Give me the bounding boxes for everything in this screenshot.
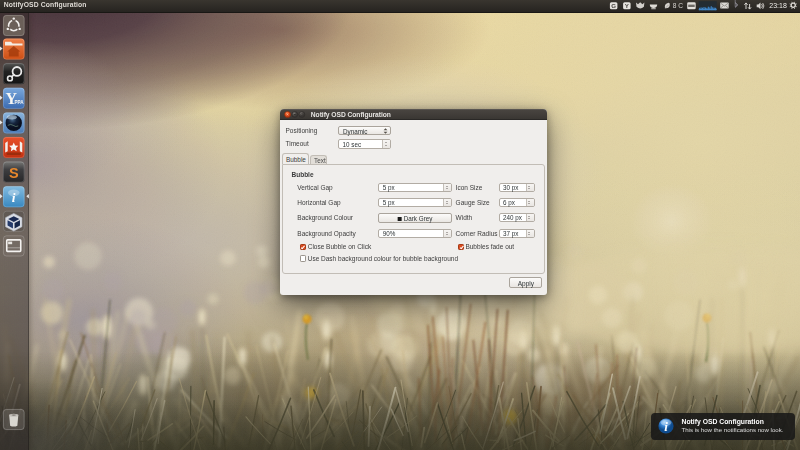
- svg-text:S: S: [9, 165, 19, 181]
- svg-text:G: G: [611, 2, 616, 9]
- svg-text:i: i: [12, 190, 16, 205]
- svg-text:i: i: [664, 418, 668, 433]
- svg-text:PPA: PPA: [14, 100, 24, 105]
- svg-text:8 C: 8 C: [673, 2, 683, 9]
- svg-text:23:18: 23:18: [769, 2, 787, 9]
